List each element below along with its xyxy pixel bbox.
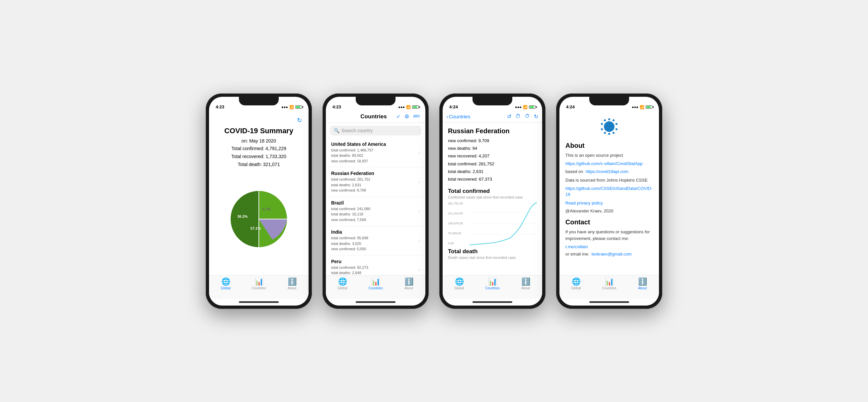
notch — [239, 97, 279, 105]
tab-about-3[interactable]: ℹ️ About — [509, 278, 542, 290]
tab-about-icon-4: ℹ️ — [638, 278, 647, 286]
tab-about-icon-2: ℹ️ — [404, 278, 413, 286]
detail-timer2-icon[interactable]: ⏱ — [525, 113, 530, 120]
tab-about-label-3: About — [521, 286, 530, 290]
tab-bar-1: 🌐 Global 📊 Countries ℹ️ About — [209, 275, 309, 299]
status-icons-2: ●●● 📶 — [398, 105, 419, 109]
tab-countries-label-2: Countries — [369, 286, 383, 290]
status-icons-4: ●●● 📶 — [632, 105, 652, 109]
svg-point-13 — [601, 123, 603, 125]
tab-global-icon-3: 🌐 — [455, 278, 464, 286]
countries-share-icon[interactable]: ⚙ — [404, 113, 409, 120]
status-time-2: 4:23 — [333, 104, 341, 109]
tab-global-4[interactable]: 🌐 Global — [559, 278, 593, 290]
home-indicator-1 — [239, 301, 279, 303]
countries-list: United States of America total confirmed… — [326, 138, 425, 275]
email-link[interactable]: lexkraev@gmail.com — [592, 252, 632, 257]
tab-about-1[interactable]: ℹ️ About — [275, 278, 309, 290]
country-name-1: Russian Federation — [331, 171, 418, 176]
tab-global-3[interactable]: 🌐 Global — [443, 278, 476, 290]
pie-svg — [229, 189, 289, 249]
global-title: COVID-19 Summary — [224, 127, 293, 135]
signal-icon-1: ●●● — [281, 105, 288, 109]
countries-nav: Countries ✓ ⚙ abc — [326, 111, 425, 123]
country-name-4: Peru — [331, 259, 418, 264]
screen-global: ↻ COVID-19 Summary on: May 18 2020 Total… — [209, 111, 309, 306]
home-bar-3 — [443, 299, 542, 306]
detail-nav-icons: ↺ ⏱ ⏱ ↻ — [507, 113, 538, 120]
list-item[interactable]: United States of America total confirmed… — [326, 138, 425, 168]
country-stats-2: total confirmed: 241,080 total deaths: 1… — [331, 206, 418, 223]
tab-countries-label-1: Countries — [252, 286, 266, 290]
back-button[interactable]: ‹ Countries — [446, 114, 470, 119]
countries-check-icon[interactable]: ✓ — [396, 113, 401, 120]
tab-bar-4: 🌐 Global 📊 Countries ℹ️ About — [559, 275, 659, 299]
country-stats-1: total confirmed: 281,752 total deaths: 2… — [331, 177, 418, 193]
tab-countries-icon-1: 📊 — [254, 278, 264, 286]
telegram-link[interactable]: t.me/cvillain — [565, 244, 588, 249]
countries-search[interactable]: 🔍 Search country — [330, 126, 422, 136]
tab-about-label-2: About — [404, 286, 413, 290]
about-intro: This is an open source project — [565, 152, 653, 159]
global-confirmed: Total confirmed: 4,791,229 — [231, 145, 286, 153]
tab-about-2[interactable]: ℹ️ About — [392, 278, 425, 290]
data-link[interactable]: https://github.com/CSSEGISandData/COVID-… — [565, 186, 652, 197]
tab-global-2[interactable]: 🌐 Global — [326, 278, 359, 290]
phone-countries: 4:23 ●●● 📶 Countries ✓ ⚙ abc — [322, 94, 429, 309]
countries-sort-icon[interactable]: abc — [413, 113, 420, 120]
country-info-4: Peru total confirmed: 92,273 total death… — [331, 259, 418, 275]
detail-chart: 281,752.00 211,314.00 140,876.00 70,438.… — [448, 202, 537, 245]
notch-4 — [589, 97, 629, 105]
global-stats: on: May 18 2020 Total confirmed: 4,791,2… — [231, 137, 286, 169]
list-item[interactable]: India total confirmed: 95,698 total deat… — [326, 226, 425, 256]
svg-point-9 — [613, 132, 615, 134]
github-link[interactable]: https://github.com/c-villain/CovidStatAp… — [565, 161, 643, 166]
svg-point-6 — [613, 119, 615, 121]
battery-icon-1 — [295, 105, 302, 109]
about-title: About — [565, 142, 653, 149]
tab-countries-4[interactable]: 📊 Countries — [593, 278, 626, 290]
contact-title: Contact — [565, 219, 653, 226]
tab-about-label-4: About — [638, 286, 647, 290]
tab-global-1[interactable]: 🌐 Global — [209, 278, 242, 290]
privacy-link[interactable]: Read privacy policy — [565, 201, 603, 205]
detail-new-recovered: new recovered: 4,207 — [448, 152, 537, 160]
detail-refresh1-icon[interactable]: ↺ — [507, 113, 511, 120]
y-label-2: 140,876.00 — [448, 222, 468, 225]
back-chevron-icon: ‹ — [446, 114, 448, 119]
refresh-button[interactable]: ↻ — [297, 116, 302, 124]
tab-countries-label-3: Countries — [486, 286, 500, 290]
pie-label-confirmed: 57.1% — [250, 226, 261, 230]
y-label-1: 211,314.00 — [448, 212, 468, 215]
tab-about-4[interactable]: ℹ️ About — [626, 278, 659, 290]
countries-nav-icons: ✓ ⚙ abc — [396, 113, 420, 120]
home-indicator-3 — [472, 301, 512, 303]
phone-detail: 4:24 ●●● 📶 ‹ Countries ↺ — [439, 94, 546, 309]
pie-chart: 36.2% 57.1% 6.7% — [229, 189, 289, 249]
list-item[interactable]: Brazil total confirmed: 241,080 total de… — [326, 197, 425, 226]
notch-2 — [356, 97, 396, 105]
list-item[interactable]: Peru total confirmed: 92,273 total death… — [326, 256, 425, 275]
wifi-icon-3: 📶 — [523, 105, 528, 109]
list-item[interactable]: Russian Federation total confirmed: 281,… — [326, 167, 425, 197]
tab-countries-2[interactable]: 📊 Countries — [359, 278, 392, 290]
pie-segment-recovered — [230, 191, 259, 247]
tab-countries-3[interactable]: 📊 Countries — [476, 278, 509, 290]
detail-timer1-icon[interactable]: ⏱ — [515, 113, 521, 120]
battery-icon-4 — [646, 105, 652, 109]
api-link[interactable]: https://covid19api.com — [586, 169, 628, 174]
screen-countries: Countries ✓ ⚙ abc 🔍 Search country Unite… — [326, 111, 425, 306]
tab-countries-1[interactable]: 📊 Countries — [242, 278, 275, 290]
svg-point-5 — [608, 118, 610, 120]
status-icons-3: ●●● 📶 — [515, 105, 535, 109]
country-stats-3: total confirmed: 95,698 total deaths: 3,… — [331, 235, 418, 252]
y-label-0: 281,752.00 — [448, 202, 468, 205]
tab-bar-2: 🌐 Global 📊 Countries ℹ️ About — [326, 275, 425, 299]
home-indicator-4 — [589, 301, 629, 303]
battery-icon-3 — [529, 105, 535, 109]
chevron-icon-4: › — [418, 267, 420, 272]
tab-global-label-4: Global — [571, 286, 581, 290]
status-time-1: 4:23 — [216, 104, 224, 109]
detail-refresh2-icon[interactable]: ↻ — [534, 113, 538, 120]
detail-country-name: Russian Federation — [448, 127, 537, 135]
